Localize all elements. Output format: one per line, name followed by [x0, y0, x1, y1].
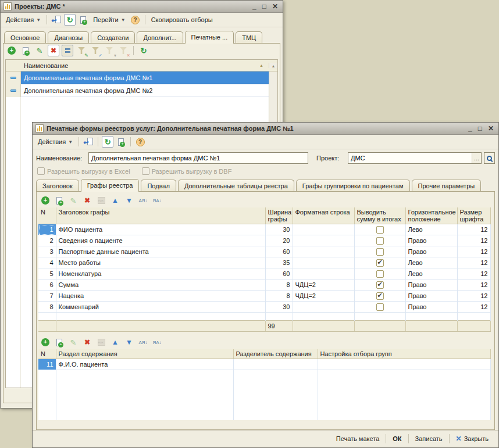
tab-podval[interactable]: Подвал: [141, 180, 176, 191]
minimize-icon[interactable]: _: [252, 2, 256, 10]
move-down-button[interactable]: [123, 195, 135, 206]
delete-button[interactable]: [81, 336, 93, 348]
sort-asc-button[interactable]: [137, 336, 149, 348]
grid-row[interactable]: 1ФИО пациента30Лево12: [38, 224, 490, 235]
col-n[interactable]: N: [38, 207, 56, 224]
project-choice-button[interactable]: ...: [472, 153, 481, 163]
print-layout-button[interactable]: Печать макета: [332, 433, 384, 444]
sum-checkbox[interactable]: [376, 248, 384, 256]
actions-menu-button[interactable]: Действия▼: [3, 15, 43, 24]
col-separator[interactable]: Разделитель содержания: [233, 349, 318, 359]
refresh-button[interactable]: [64, 14, 76, 26]
tab-tmc[interactable]: ТМЦ: [236, 31, 262, 43]
move-down-button[interactable]: [123, 336, 135, 348]
window-print-form-titlebar[interactable]: Печатные формы реестров услуг: Дополните…: [33, 123, 498, 135]
grid-row[interactable]: 7Наценка8ЧДЦ=2Право12: [38, 291, 490, 302]
tab-pechatnye[interactable]: Печатные ...: [185, 31, 234, 44]
list-item[interactable]: Дополнительная печатная форма ДМС №1: [6, 71, 277, 84]
move-up-button[interactable]: [109, 195, 121, 206]
dbf-export-checkbox[interactable]: Разрешить выгрузку в DBF: [142, 167, 232, 175]
maximize-icon[interactable]: □: [478, 124, 482, 132]
close-button[interactable]: ✕Закрыть: [452, 433, 493, 445]
refresh-list-button[interactable]: [138, 45, 149, 56]
tab-grafy-gruppirovki[interactable]: Графы группировки по пациентам: [296, 180, 410, 191]
sum-checkbox[interactable]: [376, 281, 384, 289]
col-width[interactable]: Ширина графы: [265, 207, 293, 224]
copy-add-button[interactable]: [54, 195, 65, 206]
scroll-up-icon[interactable]: ▲: [272, 64, 276, 68]
column-header-name[interactable]: Наименование ▲: [21, 62, 269, 69]
sort-desc-button[interactable]: [151, 195, 163, 206]
sum-checkbox[interactable]: [376, 259, 384, 267]
reread-button[interactable]: [83, 136, 94, 148]
col-header[interactable]: Заголовок графы: [56, 207, 265, 224]
help-button[interactable]: [134, 136, 146, 148]
add-button[interactable]: [40, 336, 51, 348]
close-icon[interactable]: ✕: [272, 2, 278, 10]
edit-button[interactable]: [34, 45, 45, 56]
excel-export-checkbox[interactable]: Разрешить выгрузку в Excel: [37, 167, 130, 175]
col-align[interactable]: Горизонтальное положение: [405, 207, 457, 224]
name-input[interactable]: [89, 153, 308, 163]
list-view-toggle[interactable]: [62, 45, 73, 56]
tab-osnovnoe[interactable]: Основное: [4, 31, 46, 43]
col-format[interactable]: Форматная строка: [293, 207, 354, 224]
tab-dop-tablicy[interactable]: Дополнительные таблицы реестра: [178, 180, 294, 191]
window-projects-titlebar[interactable]: Проекты: ДМС * _ □ ✕: [1, 1, 283, 13]
sum-checkbox[interactable]: [376, 292, 384, 300]
grid-row[interactable]: 2Сведения о пациенте20Право12: [38, 235, 490, 246]
delete-button[interactable]: [48, 45, 59, 56]
tab-sozdateli[interactable]: Создатели: [91, 31, 135, 43]
col-sum[interactable]: Выводить сумму в итогах: [354, 207, 405, 224]
grid-row[interactable]: 3Паспортные данные пациента60Право12: [38, 246, 490, 257]
sum-checkbox[interactable]: [376, 303, 384, 311]
reread-button[interactable]: [51, 14, 62, 26]
add-button[interactable]: [40, 195, 51, 206]
copy-add-button[interactable]: [115, 136, 127, 148]
actions-menu-button[interactable]: Действия▼: [35, 137, 75, 146]
edit-button[interactable]: [67, 195, 79, 206]
project-open-button[interactable]: [484, 152, 495, 164]
filter-history-button[interactable]: ▾: [104, 45, 115, 56]
end-edit-button[interactable]: [95, 195, 107, 206]
tab-diagnozy[interactable]: Диагнозы: [48, 31, 89, 43]
scrollbar[interactable]: ▲: [269, 63, 277, 68]
tab-dopolnit[interactable]: Дополнит...: [137, 31, 183, 43]
col-section[interactable]: Раздел содержания: [56, 349, 233, 359]
refresh-button[interactable]: [102, 136, 113, 148]
clear-filter-button[interactable]: ✕: [117, 45, 129, 56]
grid-row[interactable]: 11 Ф.И.О. пациента: [38, 359, 490, 370]
grid-row[interactable]: 8Комментарий30Право12: [38, 302, 490, 313]
grid-row[interactable]: 6Сумма8ЧДЦ=2Право12: [38, 279, 490, 291]
tab-grafy-reestra[interactable]: Графы реестра: [81, 179, 140, 192]
project-input[interactable]: [348, 153, 472, 163]
goto-menu-button[interactable]: Перейти▼: [91, 15, 128, 24]
sum-checkbox[interactable]: [376, 270, 384, 278]
edit-button[interactable]: [67, 336, 79, 348]
col-font[interactable]: Размер шрифта: [457, 207, 490, 224]
close-icon[interactable]: ✕: [488, 124, 494, 132]
help-button[interactable]: [130, 14, 141, 26]
sort-asc-button[interactable]: [137, 195, 149, 206]
col-settings[interactable]: Настройка отбора групп: [318, 349, 490, 359]
list-item[interactable]: Дополнительная печатная форма ДМС №2: [6, 84, 277, 97]
add-button[interactable]: [6, 45, 17, 56]
move-up-button[interactable]: [109, 336, 121, 348]
maximize-icon[interactable]: □: [262, 2, 266, 10]
copy-add-button[interactable]: [77, 14, 89, 26]
delete-button[interactable]: [81, 195, 93, 206]
save-button[interactable]: Записать: [411, 433, 447, 444]
filter-sort-button[interactable]: ✎: [76, 45, 87, 56]
ok-button[interactable]: ОК: [388, 433, 405, 444]
copy-filters-button[interactable]: Скопировать отборы: [149, 15, 215, 24]
sum-checkbox[interactable]: [376, 237, 384, 245]
tab-zagolovok[interactable]: Заголовок: [36, 180, 79, 191]
col-n[interactable]: N: [38, 349, 56, 359]
copy-add-button[interactable]: [20, 45, 31, 56]
grid-row[interactable]: 5Номенклатура60Лево12: [38, 268, 490, 279]
copy-add-button[interactable]: [54, 336, 65, 348]
sum-checkbox[interactable]: [376, 226, 384, 234]
grid-row[interactable]: 4Место работы35Лево12: [38, 257, 490, 268]
end-edit-button[interactable]: [95, 336, 107, 348]
tab-prochie-parametry[interactable]: Прочие параметры: [412, 180, 482, 191]
